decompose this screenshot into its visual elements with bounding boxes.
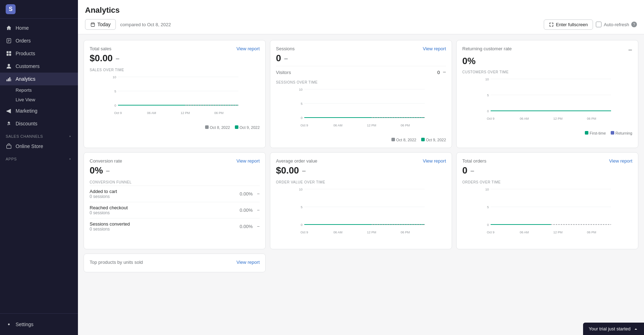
returning-customer-rate-card: Returning customer rate − 0% CUSTOMERS O…: [456, 40, 638, 148]
sessions-chart: 10 5 0 Oct 9 06 AM 12 PM 06 PM: [276, 86, 446, 136]
sidebar-item-home[interactable]: Home: [0, 22, 78, 34]
sidebar-customers-label: Customers: [16, 63, 40, 69]
auto-refresh-toggle[interactable]: Auto-refresh ?: [596, 22, 637, 27]
returning-value: 0%: [462, 56, 632, 67]
svg-text:12 PM: 12 PM: [553, 231, 563, 234]
today-label: Today: [97, 22, 111, 27]
sidebar-item-online-store[interactable]: Online Store: [0, 140, 78, 153]
sessions-title: Sessions: [276, 46, 295, 51]
returning-title: Returning customer rate: [462, 46, 512, 51]
main-toolbar: Today compared to Oct 8, 2022 Enter full…: [85, 19, 637, 34]
funnel-row-1: Reached checkout 0 sessions 0.00% −: [90, 202, 260, 218]
aov-header: Average order value View report: [276, 158, 446, 164]
toolbar-left: Today compared to Oct 8, 2022: [85, 19, 171, 30]
sidebar-item-reports[interactable]: Reports: [16, 85, 78, 95]
auto-refresh-checkbox[interactable]: [596, 22, 601, 27]
svg-text:06 PM: 06 PM: [401, 231, 410, 234]
returning-dash: −: [628, 46, 632, 54]
total-sales-dash: −: [115, 55, 120, 63]
returning-legend: First-time Returning: [462, 131, 632, 135]
today-button[interactable]: Today: [85, 19, 116, 30]
svg-text:06 AM: 06 AM: [147, 111, 156, 115]
sidebar-item-live-view[interactable]: Live View: [16, 95, 78, 104]
analytics-icon: [6, 76, 12, 82]
auto-refresh-help-icon: ?: [631, 22, 637, 27]
funnel-step-0: Added to cart: [90, 189, 117, 194]
funnel-pct-0: 0.00%: [240, 191, 253, 197]
sidebar-item-products[interactable]: Products: [0, 47, 78, 60]
visitors-dash: −: [443, 69, 446, 75]
average-order-value-card: Average order value View report $0.00 − …: [270, 152, 452, 249]
chevron-up-icon: [633, 327, 638, 331]
svg-text:5: 5: [114, 90, 116, 93]
aov-dash: −: [302, 167, 306, 175]
svg-text:06 AM: 06 AM: [520, 231, 529, 234]
svg-text:06 PM: 06 PM: [401, 124, 410, 127]
sessions-svg: 10 5 0 Oct 9 06 AM 12 PM 06 PM: [276, 86, 446, 135]
sessions-legend-oct9: Oct 9, 2022: [426, 138, 446, 142]
sidebar-item-orders[interactable]: Orders: [0, 34, 78, 47]
total-orders-chart: 10 5 0 Oct 9 06 AM 12 PM 06 PM: [462, 186, 632, 243]
svg-rect-4: [7, 51, 9, 53]
svg-text:Oct 9: Oct 9: [487, 117, 495, 120]
sessions-value: 0: [276, 53, 281, 64]
sidebar-item-marketing[interactable]: Marketing: [0, 104, 78, 117]
total-orders-view-report[interactable]: View report: [609, 158, 632, 164]
auto-refresh-label: Auto-refresh: [604, 22, 629, 27]
products-icon: [6, 50, 12, 57]
aov-view-report[interactable]: View report: [423, 158, 446, 164]
returning-svg: 10 5 0 Oct 9 06 AM 12 PM 06 PM: [462, 75, 632, 129]
svg-text:06 PM: 06 PM: [214, 111, 224, 115]
compared-text: compared to Oct 8, 2022: [120, 22, 171, 27]
main-content: Analytics Today compared to Oct 8, 2022 …: [78, 0, 644, 335]
svg-text:10: 10: [485, 78, 489, 81]
funnel-dash-2: −: [257, 224, 260, 229]
top-products-title: Top products by units sold: [90, 260, 143, 265]
total-sales-header: Total sales View report: [90, 46, 260, 51]
svg-rect-10: [8, 78, 9, 81]
returning-chart-label: CUSTOMERS OVER TIME: [462, 70, 632, 74]
visitors-label: Visitors: [276, 70, 291, 75]
total-orders-header: Total orders View report: [462, 158, 632, 164]
sidebar-item-customers[interactable]: Customers: [0, 60, 78, 73]
settings-icon: [6, 321, 12, 328]
svg-text:06 AM: 06 AM: [520, 117, 529, 120]
total-sales-svg: 10 5 0 Oct 9 06 AM 12 PM 06 PM: [90, 73, 260, 123]
online-store-icon: [6, 143, 12, 149]
svg-text:5: 5: [487, 93, 489, 97]
sidebar-item-analytics[interactable]: Analytics: [0, 73, 78, 85]
fullscreen-label: Enter fullscreen: [556, 22, 588, 27]
aov-value: $0.00: [276, 165, 299, 176]
sidebar-item-discounts[interactable]: Discounts: [0, 117, 78, 130]
sales-channels-section: Sales channels: [0, 130, 78, 140]
conversion-funnel-label: CONVERSION FUNNEL: [90, 180, 260, 184]
toolbar-right: Enter fullscreen Auto-refresh ?: [544, 19, 637, 30]
svg-rect-12: [11, 79, 11, 81]
sidebar-orders-label: Orders: [16, 38, 31, 44]
sidebar-discounts-label: Discounts: [16, 121, 37, 126]
sidebar-logo: S: [0, 0, 78, 19]
sidebar-settings-label: Settings: [16, 322, 34, 327]
svg-text:12 PM: 12 PM: [181, 111, 190, 115]
apps-label: Apps: [6, 157, 17, 161]
sessions-view-report[interactable]: View report: [423, 46, 446, 51]
svg-text:06 AM: 06 AM: [333, 231, 343, 234]
fullscreen-button[interactable]: Enter fullscreen: [544, 19, 593, 30]
svg-rect-7: [9, 54, 11, 56]
aov-chart: 10 5 0 Oct 9 06 AM 12 PM 06 PM: [276, 186, 446, 243]
total-orders-chart-label: ORDERS OVER TIME: [462, 180, 632, 184]
top-products-view-report[interactable]: View report: [236, 260, 260, 265]
trial-banner[interactable]: Your trial just started: [583, 323, 644, 335]
sidebar-item-settings[interactable]: Settings: [0, 318, 78, 331]
svg-rect-5: [9, 51, 11, 53]
sidebar-marketing-label: Marketing: [16, 108, 37, 114]
sessions-chart-label: SESSIONS OVER TIME: [276, 80, 446, 84]
svg-rect-6: [7, 54, 9, 56]
conversion-rate-card: Conversion rate View report 0% − CONVERS…: [84, 152, 266, 249]
total-sales-view-report[interactable]: View report: [236, 46, 260, 51]
customers-icon: [6, 63, 12, 69]
funnel-row-2: Sessions converted 0 sessions 0.00% −: [90, 218, 260, 234]
discounts-icon: [6, 120, 12, 127]
sidebar-bottom: Settings: [0, 313, 78, 335]
conversion-view-report[interactable]: View report: [236, 158, 260, 164]
